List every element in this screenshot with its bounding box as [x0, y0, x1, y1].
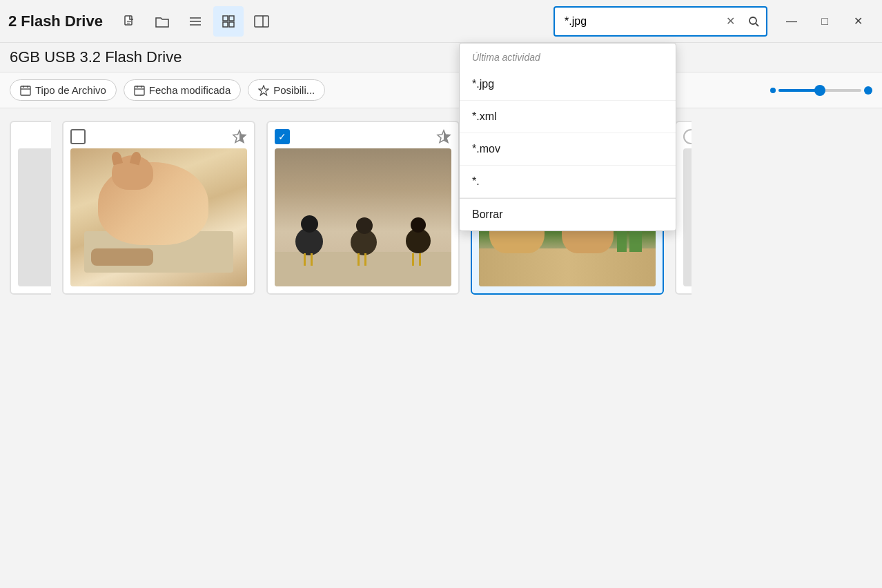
svg-rect-18: [135, 86, 144, 95]
circle-indicator: [683, 129, 692, 144]
chick2-leg-l: [357, 253, 360, 266]
preview-button[interactable]: [246, 6, 277, 37]
file-card-cat[interactable]: [62, 121, 255, 295]
maximize-button[interactable]: □: [809, 6, 841, 37]
zoom-dot-large: [864, 86, 872, 95]
search-clear-button[interactable]: ✕: [721, 12, 740, 31]
grid-view-icon: [222, 14, 235, 28]
svg-rect-8: [223, 22, 228, 27]
location-bar: 6GB USB 3.2 Flash Drive: [0, 43, 882, 72]
search-container: ✕: [553, 6, 767, 37]
svg-marker-22: [259, 86, 268, 95]
zoom-dot-small: [770, 88, 776, 93]
preview-icon: [254, 14, 269, 28]
calendar-icon-2: [134, 85, 145, 96]
star-button-chick[interactable]: [436, 129, 451, 148]
svg-rect-7: [229, 16, 234, 21]
file-card-partial-left: [10, 121, 51, 295]
floor: [275, 252, 451, 286]
svg-rect-9: [229, 22, 234, 27]
star-icon-chick: [436, 129, 451, 144]
new-file-icon: [122, 14, 136, 28]
svg-rect-14: [21, 86, 30, 95]
chick2-head: [356, 217, 373, 234]
calendar-icon-1: [20, 85, 31, 96]
chick2-leg-r: [364, 253, 366, 266]
search-icon: [748, 16, 759, 27]
window-controls: — □ ✕: [776, 6, 874, 37]
chick1-leg-l: [304, 253, 306, 266]
fish: [91, 248, 153, 266]
svg-rect-6: [223, 16, 228, 21]
folder-icon: [155, 14, 170, 28]
folder-button[interactable]: [147, 6, 177, 37]
star-icon-cat: [232, 129, 247, 144]
checkbox-cat[interactable]: [70, 129, 86, 144]
dropdown-item-xml[interactable]: *.xml: [460, 101, 676, 133]
chick1-head: [301, 215, 318, 233]
files-area: ✓ ✓: [0, 108, 882, 307]
cat-image: [70, 148, 247, 286]
svg-line-13: [756, 23, 758, 26]
cat-ear-left: [110, 150, 123, 165]
dropdown-item-jpg[interactable]: *.jpg: [460, 68, 676, 101]
filter-star-label: Posibili...: [273, 84, 315, 96]
file-card-chick[interactable]: ✓: [266, 121, 460, 295]
checkbox-chick[interactable]: ✓: [275, 129, 290, 144]
chick1-leg-r: [311, 253, 313, 266]
title-bar: 2 Flash Drive: [0, 0, 882, 43]
dropdown-borrar[interactable]: Borrar: [460, 199, 676, 231]
filter-chip-date[interactable]: Fecha modificada: [124, 79, 241, 101]
list-view-icon: [188, 15, 202, 28]
window-title: 2 Flash Drive: [8, 12, 103, 30]
close-button[interactable]: ✕: [842, 6, 874, 37]
zoom-thumb: [814, 85, 825, 96]
search-dropdown: Última actividad *.jpg *.xml *.mov *. Bo…: [459, 43, 676, 231]
chick3-leg-r: [419, 253, 421, 266]
filter-bar: Tipo de Archivo Fecha modificada Posibil…: [0, 72, 882, 108]
filter-date-label: Fecha modificada: [149, 84, 231, 96]
toolbar: [114, 6, 553, 37]
dropdown-section-label: Última actividad: [460, 43, 676, 68]
svg-point-12: [749, 17, 756, 24]
chick3-head: [411, 217, 426, 233]
new-file-button[interactable]: [114, 6, 144, 37]
current-path: 6GB USB 3.2 Flash Drive: [10, 48, 182, 66]
minimize-button[interactable]: —: [776, 6, 807, 37]
filter-chip-type[interactable]: Tipo de Archivo: [10, 79, 117, 101]
zoom-slider[interactable]: [778, 89, 861, 92]
star-button-cat[interactable]: [232, 129, 247, 148]
chick3-leg-l: [412, 253, 414, 266]
zoom-area: [770, 86, 872, 95]
wood-surface: [479, 248, 656, 286]
chick-image: [275, 148, 451, 286]
star-icon-filter: [258, 85, 269, 96]
filter-chip-star[interactable]: Posibili...: [248, 79, 325, 101]
list-view-button[interactable]: [180, 6, 210, 37]
file-card-partial-right: [675, 121, 692, 295]
dropdown-item-star[interactable]: *.: [460, 166, 676, 198]
dropdown-item-mov[interactable]: *.mov: [460, 133, 676, 166]
svg-rect-10: [255, 16, 268, 27]
grid-view-button[interactable]: [213, 6, 244, 37]
search-submit-button[interactable]: [743, 10, 765, 32]
filter-type-label: Tipo de Archivo: [35, 84, 106, 96]
